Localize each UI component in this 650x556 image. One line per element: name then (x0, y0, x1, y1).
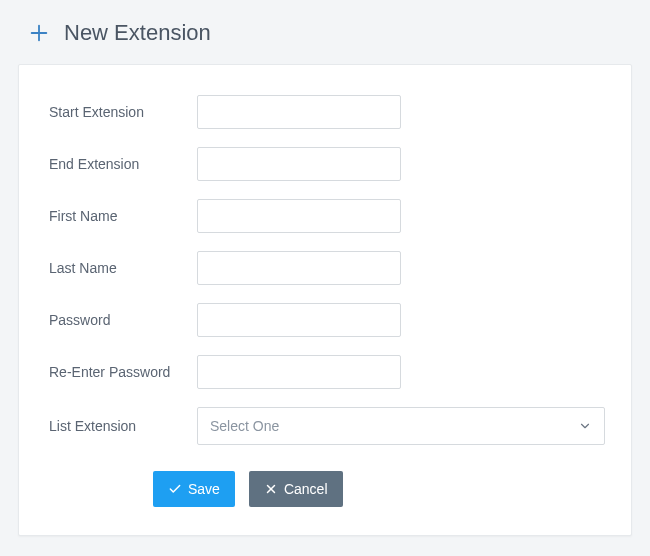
save-button-label: Save (188, 481, 220, 497)
label-list-extension: List Extension (49, 418, 197, 434)
list-extension-select-wrap: Select One (197, 407, 605, 445)
row-end-extension: End Extension (49, 147, 605, 181)
row-first-name: First Name (49, 199, 605, 233)
label-first-name: First Name (49, 208, 197, 224)
password-input[interactable] (197, 303, 401, 337)
label-password: Password (49, 312, 197, 328)
cancel-button-label: Cancel (284, 481, 328, 497)
re-enter-password-input[interactable] (197, 355, 401, 389)
page-title: New Extension (64, 20, 211, 46)
label-start-extension: Start Extension (49, 104, 197, 120)
label-re-enter-password: Re-Enter Password (49, 364, 197, 380)
button-row: Save Cancel (49, 471, 605, 507)
save-button[interactable]: Save (153, 471, 235, 507)
first-name-input[interactable] (197, 199, 401, 233)
start-extension-input[interactable] (197, 95, 401, 129)
row-password: Password (49, 303, 605, 337)
row-re-enter-password: Re-Enter Password (49, 355, 605, 389)
form-card: Start Extension End Extension First Name… (18, 64, 632, 536)
chevron-down-icon (578, 419, 592, 433)
row-list-extension: List Extension Select One (49, 407, 605, 445)
close-icon (264, 482, 278, 496)
label-end-extension: End Extension (49, 156, 197, 172)
cancel-button[interactable]: Cancel (249, 471, 343, 507)
plus-icon (28, 22, 50, 44)
list-extension-selected: Select One (210, 418, 279, 434)
page-header: New Extension (18, 20, 632, 46)
row-start-extension: Start Extension (49, 95, 605, 129)
list-extension-select[interactable]: Select One (197, 407, 605, 445)
end-extension-input[interactable] (197, 147, 401, 181)
row-last-name: Last Name (49, 251, 605, 285)
last-name-input[interactable] (197, 251, 401, 285)
check-icon (168, 482, 182, 496)
label-last-name: Last Name (49, 260, 197, 276)
